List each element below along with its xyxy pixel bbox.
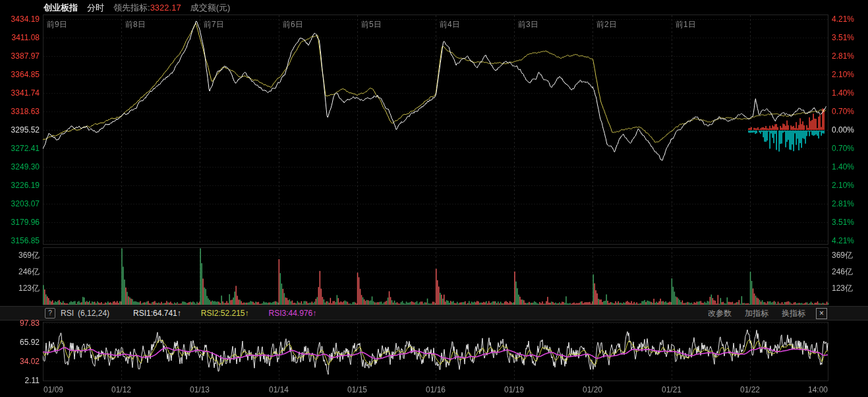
indicator-params: (6,12,24) <box>78 309 109 318</box>
chart-header: 创业板指 分时 领先指标:3322.17 成交额(元) <box>43 2 230 14</box>
mode-tab[interactable]: 分时 <box>87 2 104 14</box>
trading-chart-window: 创业板指 分时 领先指标:3322.17 成交额(元) ? RSI (6,12,… <box>0 0 868 397</box>
switch-indicator-button[interactable]: 换指标 <box>782 308 805 319</box>
add-indicator-button[interactable]: 加指标 <box>745 308 768 319</box>
close-indicator-button[interactable]: × <box>816 308 827 319</box>
change-params-button[interactable]: 改参数 <box>708 308 732 319</box>
turnover-label: 成交额(元) <box>190 2 231 14</box>
chart-canvas[interactable] <box>0 0 868 397</box>
leading-indicator-value: 3322.17 <box>150 3 181 13</box>
indicator-toolbar: ? RSI (6,12,24) RSI1:64.741↑ RSI2:52.215… <box>0 306 868 321</box>
symbol-title: 创业板指 <box>43 2 78 14</box>
indicator-name: RSI <box>61 309 74 318</box>
help-icon[interactable]: ? <box>45 308 55 319</box>
rsi3-value: RSI3:44.976↑ <box>268 309 316 318</box>
rsi2-value: RSI2:52.215↑ <box>201 309 249 318</box>
rsi1-value: RSI1:64.741↑ <box>133 309 181 318</box>
leading-indicator-label: 领先指标: <box>113 3 150 13</box>
leading-indicator: 领先指标:3322.17 <box>113 2 181 14</box>
